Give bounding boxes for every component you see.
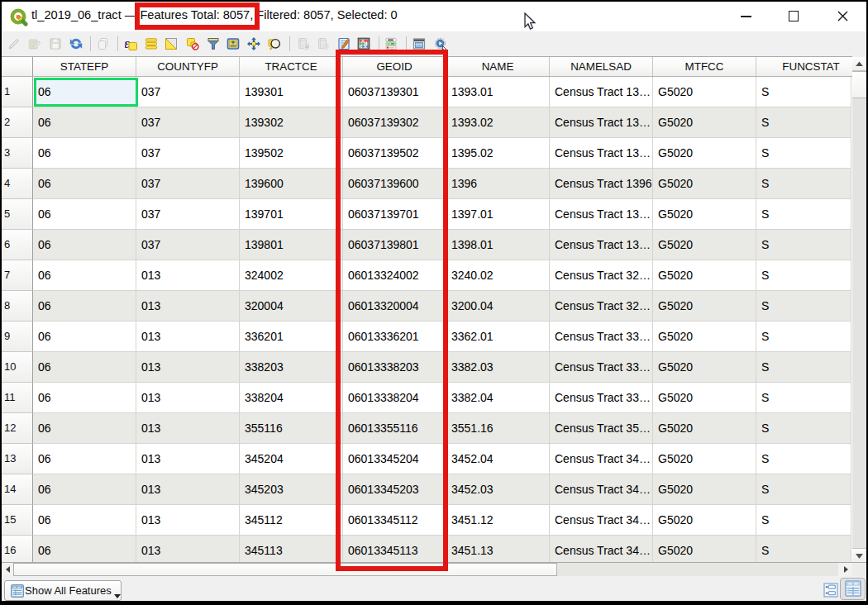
svg-text:ε: ε	[125, 37, 130, 50]
svg-text:✱: ✱	[304, 44, 309, 50]
